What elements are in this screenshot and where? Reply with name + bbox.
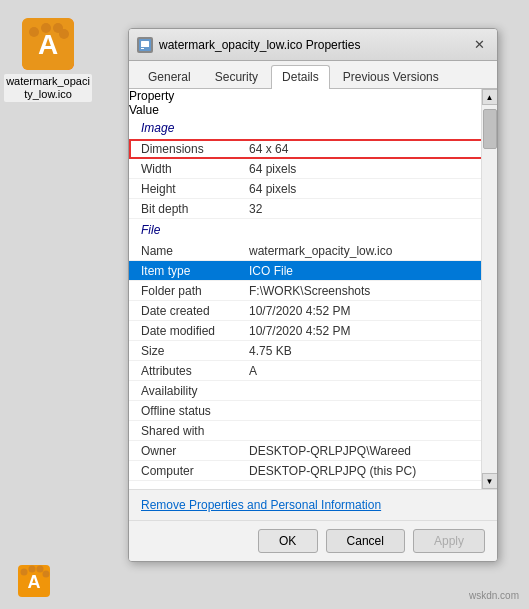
svg-text:A: A [38, 29, 58, 60]
prop-value-itemtype: ICO File [249, 264, 485, 278]
properties-content: Property Value Image Dimensions 64 x 64 … [129, 89, 497, 489]
desktop-icon-label: watermark_opaci ty_low.ico [4, 74, 92, 102]
close-button[interactable]: ✕ [469, 35, 489, 55]
col-value-header: Value [129, 103, 497, 117]
table-row: Item type ICO File [129, 261, 497, 281]
link-area: Remove Properties and Personal Informati… [129, 489, 497, 520]
properties-dialog: watermark_opacity_low.ico Properties ✕ G… [128, 28, 498, 562]
tab-previous-versions[interactable]: Previous Versions [332, 65, 450, 88]
titlebar: watermark_opacity_low.ico Properties ✕ [129, 29, 497, 61]
prop-value-owner: DESKTOP-QRLPJPQ\Wareed [249, 444, 485, 458]
prop-name-folderpath: Folder path [141, 284, 249, 298]
svg-point-11 [21, 569, 28, 576]
app-logo-svg: A [22, 18, 74, 70]
prop-name-owner: Owner [141, 444, 249, 458]
table-row: Bit depth 32 [129, 199, 497, 219]
svg-point-12 [29, 566, 36, 573]
watermark-credit: wskdn.com [469, 590, 519, 601]
titlebar-icon [137, 37, 153, 53]
section-file: File [129, 219, 497, 241]
prop-name-datecreated: Date created [141, 304, 249, 318]
prop-name-datemodified: Date modified [141, 324, 249, 338]
table-row: Availability [129, 381, 497, 401]
tab-general[interactable]: General [137, 65, 202, 88]
titlebar-title: watermark_opacity_low.ico Properties [159, 38, 360, 52]
prop-value-attributes: A [249, 364, 485, 378]
svg-point-2 [29, 27, 39, 37]
table-row: Height 64 pixels [129, 179, 497, 199]
svg-rect-8 [141, 48, 144, 49]
svg-point-5 [59, 29, 69, 39]
table-row: Offline status [129, 401, 497, 421]
table-row: Width 64 pixels [129, 159, 497, 179]
svg-rect-7 [141, 41, 149, 47]
titlebar-left: watermark_opacity_low.ico Properties [137, 37, 360, 53]
prop-value-dimensions: 64 x 64 [249, 142, 485, 156]
svg-point-13 [37, 566, 44, 573]
svg-point-3 [41, 23, 51, 33]
table-row: Attributes A [129, 361, 497, 381]
prop-name-offlinestatus: Offline status [141, 404, 249, 418]
scroll-down-button[interactable]: ▼ [482, 473, 498, 489]
col-property-header: Property [129, 89, 249, 103]
prop-name-size: Size [141, 344, 249, 358]
bottom-left-icon: A [18, 565, 50, 597]
prop-name-width: Width [141, 162, 249, 176]
prop-name-availability: Availability [141, 384, 249, 398]
section-image: Image [129, 117, 497, 139]
titlebar-controls: ✕ [469, 35, 489, 55]
table-row: Size 4.75 KB [129, 341, 497, 361]
prop-name-bitdepth: Bit depth [141, 202, 249, 216]
scrollbar[interactable]: ▲ ▼ [481, 89, 497, 489]
svg-text:A: A [28, 572, 41, 592]
prop-value-datemodified: 10/7/2020 4:52 PM [249, 324, 485, 338]
prop-name-computer: Computer [141, 464, 249, 478]
svg-point-14 [43, 571, 50, 578]
prop-value-name: watermark_opacity_low.ico [249, 244, 485, 258]
table-row: Dimensions 64 x 64 [129, 139, 497, 159]
dialog-buttons: OK Cancel Apply [129, 520, 497, 561]
scroll-up-button[interactable]: ▲ [482, 89, 498, 105]
table-row: Date modified 10/7/2020 4:52 PM [129, 321, 497, 341]
prop-name-sharedwith: Shared with [141, 424, 249, 438]
prop-value-computer: DESKTOP-QRLPJPQ (this PC) [249, 464, 485, 478]
prop-value-width: 64 pixels [249, 162, 485, 176]
prop-name-itemtype: Item type [141, 264, 249, 278]
tab-security[interactable]: Security [204, 65, 269, 88]
prop-name-height: Height [141, 182, 249, 196]
ok-button[interactable]: OK [258, 529, 318, 553]
scroll-thumb[interactable] [483, 109, 497, 149]
desktop: A watermark_opaci ty_low.ico [0, 0, 529, 609]
table-row: Name watermark_opacity_low.ico [129, 241, 497, 261]
properties-list: Property Value Image Dimensions 64 x 64 … [129, 89, 497, 489]
prop-value-datecreated: 10/7/2020 4:52 PM [249, 304, 485, 318]
table-row: Date created 10/7/2020 4:52 PM [129, 301, 497, 321]
tabbar: General Security Details Previous Versio… [129, 61, 497, 89]
prop-value-bitdepth: 32 [249, 202, 485, 216]
column-headers: Property Value [129, 89, 497, 117]
table-row: Shared with [129, 421, 497, 441]
prop-name-attributes: Attributes [141, 364, 249, 378]
prop-value-folderpath: F:\WORK\Screenshots [249, 284, 485, 298]
cancel-button[interactable]: Cancel [326, 529, 405, 553]
prop-name-name: Name [141, 244, 249, 258]
table-row: Folder path F:\WORK\Screenshots [129, 281, 497, 301]
remove-properties-link[interactable]: Remove Properties and Personal Informati… [141, 498, 381, 512]
desktop-icon[interactable]: A watermark_opaci ty_low.ico [12, 18, 84, 102]
table-row: Owner DESKTOP-QRLPJPQ\Wareed [129, 441, 497, 461]
prop-value-height: 64 pixels [249, 182, 485, 196]
tab-details[interactable]: Details [271, 65, 330, 89]
apply-button[interactable]: Apply [413, 529, 485, 553]
bottom-app-icon: A [18, 565, 50, 597]
desktop-icon-image: A [22, 18, 74, 70]
table-row: Computer DESKTOP-QRLPJPQ (this PC) [129, 461, 497, 481]
prop-value-size: 4.75 KB [249, 344, 485, 358]
prop-name-dimensions: Dimensions [141, 142, 249, 156]
